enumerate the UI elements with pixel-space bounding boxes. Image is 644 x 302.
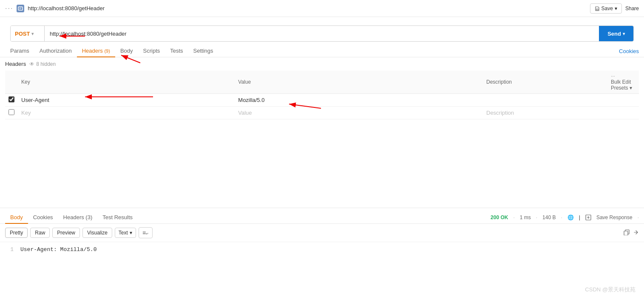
svg-rect-10 xyxy=(624,231,628,235)
tab-icon xyxy=(17,5,24,12)
key-cell[interactable]: User-Agent xyxy=(18,94,235,107)
headers-section: Headers 👁 8 hidden Key Value Description… xyxy=(0,57,644,123)
tab-body[interactable]: Body xyxy=(115,45,138,57)
more-icon: ··· xyxy=(611,73,615,79)
hidden-text: 8 hidden xyxy=(36,61,56,67)
text-select[interactable]: Text ▾ xyxy=(115,228,136,238)
menu-dots[interactable]: ··· xyxy=(5,5,13,12)
row-checkbox-placeholder[interactable] xyxy=(9,109,14,115)
method-chevron: ▾ xyxy=(31,31,34,36)
tab-title: http://localhost:8080/getHeader xyxy=(28,5,105,11)
col-checkbox xyxy=(5,71,18,94)
col-value: Value xyxy=(235,71,483,94)
svg-rect-1 xyxy=(596,9,598,10)
response-tabs: Body Cookies Headers (3) Test Results 20… xyxy=(0,208,644,224)
text-chevron: ▾ xyxy=(130,230,132,236)
clear-button[interactable] xyxy=(633,229,639,237)
code-content: User-Agent: Mozilla/5.0 xyxy=(20,246,96,253)
preview-button[interactable]: Preview xyxy=(52,228,80,238)
response-body: 1 User-Agent: Mozilla/5.0 xyxy=(0,242,644,257)
eye-icon: 👁 xyxy=(29,61,34,67)
headers-label-text: Headers xyxy=(5,61,26,67)
raw-button[interactable]: Raw xyxy=(30,228,50,238)
response-tab-test-results[interactable]: Test Results xyxy=(97,212,138,224)
col-description: Description xyxy=(483,71,607,94)
globe-icon[interactable]: 🌐 xyxy=(567,215,574,220)
response-tab-body[interactable]: Body xyxy=(5,212,28,224)
response-status: 200 OK · 1 ms · 140 B · 🌐 | Save Respons… xyxy=(491,215,639,220)
bulk-edit-button[interactable]: Bulk Edit xyxy=(611,79,631,85)
share-button[interactable]: Share xyxy=(625,6,639,11)
value-placeholder[interactable]: Value xyxy=(235,107,483,119)
save-button[interactable]: Save ▾ xyxy=(590,3,622,14)
visualize-button[interactable]: Visualize xyxy=(82,228,112,238)
tab-settings[interactable]: Settings xyxy=(188,45,218,57)
value-cell[interactable]: Mozilla/5.0 xyxy=(235,94,483,107)
line-number: 1 xyxy=(5,246,14,253)
response-tab-cookies[interactable]: Cookies xyxy=(28,212,58,224)
save-chevron: ▾ xyxy=(615,6,617,11)
row-checkbox[interactable] xyxy=(9,96,14,102)
row-actions-placeholder xyxy=(607,107,639,119)
tab-params[interactable]: Params xyxy=(5,45,34,57)
response-time: 1 ms xyxy=(520,215,531,220)
save-response-icon xyxy=(585,215,591,220)
send-chevron: ▾ xyxy=(623,31,625,36)
send-button[interactable]: Send ▾ xyxy=(599,26,633,41)
send-label: Send xyxy=(607,31,621,37)
url-bar: POST ▾ Send ▾ xyxy=(10,25,634,42)
tab-tests[interactable]: Tests xyxy=(165,45,188,57)
code-line-1: 1 User-Agent: Mozilla/5.0 xyxy=(5,246,639,254)
hidden-badge: 👁 8 hidden xyxy=(29,61,56,67)
method-label: POST xyxy=(15,31,30,37)
method-select[interactable]: POST ▾ xyxy=(11,26,45,41)
save-response-button[interactable]: Save Response xyxy=(596,215,633,220)
response-actions xyxy=(624,229,639,237)
cookies-link[interactable]: Cookies xyxy=(619,45,639,57)
headers-table: Key Value Description ··· Bulk Edit Pres… xyxy=(5,71,639,119)
pretty-button[interactable]: Pretty xyxy=(5,228,28,238)
table-row-placeholder: Key Value Description xyxy=(5,107,639,119)
headers-badge: (9) xyxy=(104,48,110,54)
save-label: Save xyxy=(601,6,613,11)
status-ok: 200 OK xyxy=(491,215,508,220)
request-tabs: Params Authorization Headers (9) Body Sc… xyxy=(0,42,644,57)
response-toolbar: Pretty Raw Preview Visualize Text ▾ ≡↵ xyxy=(0,224,644,242)
tab-authorization[interactable]: Authorization xyxy=(34,45,77,57)
url-input[interactable] xyxy=(45,26,599,41)
desc-cell[interactable] xyxy=(483,94,607,107)
col-actions: ··· Bulk Edit Presets ▾ xyxy=(607,71,639,94)
key-placeholder[interactable]: Key xyxy=(18,107,235,119)
col-key: Key xyxy=(18,71,235,94)
response-tab-headers[interactable]: Headers (3) xyxy=(58,212,98,224)
desc-placeholder[interactable]: Description xyxy=(483,107,607,119)
copy-button[interactable] xyxy=(624,229,630,237)
table-row: User-Agent Mozilla/5.0 xyxy=(5,94,639,107)
tab-headers[interactable]: Headers (9) xyxy=(77,45,115,57)
svg-rect-0 xyxy=(18,7,23,10)
response-size: 140 B xyxy=(542,215,556,220)
presets-button[interactable]: Presets ▾ xyxy=(611,85,632,91)
row-actions xyxy=(607,94,639,107)
text-label: Text xyxy=(119,230,128,236)
wrap-button[interactable]: ≡↵ xyxy=(139,227,153,238)
tab-scripts[interactable]: Scripts xyxy=(138,45,165,57)
